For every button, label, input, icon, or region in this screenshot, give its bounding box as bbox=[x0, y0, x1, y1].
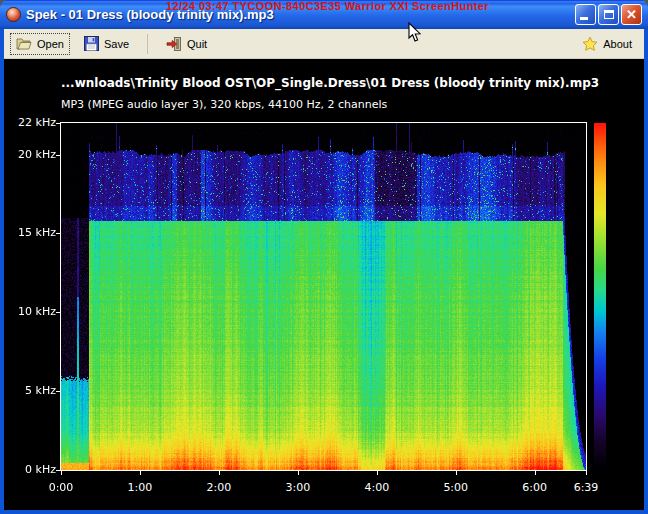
x-axis-tick bbox=[586, 471, 587, 475]
minimize-icon bbox=[580, 17, 588, 20]
save-floppy-icon bbox=[84, 36, 99, 51]
x-axis-tick bbox=[377, 471, 378, 475]
y-axis-tick bbox=[56, 155, 60, 156]
y-axis-tick bbox=[56, 233, 60, 234]
spek-window: Spek - 01 Dress (bloody trinity mix).mp3… bbox=[0, 0, 648, 514]
about-button[interactable]: About bbox=[576, 33, 638, 55]
x-axis-tick bbox=[456, 471, 457, 475]
open-folder-icon bbox=[16, 36, 32, 52]
x-axis-label: 2:00 bbox=[197, 481, 241, 494]
toolbar: Open Save Quit bbox=[4, 29, 644, 59]
x-axis-label: 0:00 bbox=[39, 481, 83, 494]
quit-button[interactable]: Quit bbox=[160, 33, 213, 55]
about-button-label: About bbox=[603, 38, 632, 50]
x-axis-tick bbox=[140, 471, 141, 475]
about-star-icon bbox=[582, 36, 598, 52]
toolbar-separator bbox=[147, 34, 148, 54]
x-axis-tick bbox=[535, 471, 536, 475]
y-axis-label: 20 kHz bbox=[4, 148, 56, 162]
open-button[interactable]: Open bbox=[10, 33, 70, 55]
x-axis-label: 1:00 bbox=[118, 481, 162, 494]
x-axis-tick bbox=[61, 471, 62, 475]
y-axis-label: 15 kHz bbox=[4, 226, 56, 240]
y-axis-label: 0 kHz bbox=[4, 463, 56, 477]
maximize-button[interactable] bbox=[598, 4, 619, 25]
x-axis-tick bbox=[219, 471, 220, 475]
y-axis-label: 10 kHz bbox=[4, 305, 56, 319]
save-button[interactable]: Save bbox=[78, 33, 135, 54]
file-format-info: MP3 (MPEG audio layer 3), 320 kbps, 4410… bbox=[61, 98, 387, 111]
y-axis-label: 22 kHz bbox=[4, 116, 56, 130]
quit-button-label: Quit bbox=[187, 38, 207, 50]
spectrogram-panel: ...wnloads\Trinity Blood OST\OP_Single.D… bbox=[4, 59, 644, 510]
x-axis-label: 4:00 bbox=[355, 481, 399, 494]
close-icon: ✕ bbox=[626, 7, 637, 22]
spectrogram-canvas bbox=[61, 123, 586, 470]
window-controls: ✕ bbox=[575, 4, 642, 25]
y-axis-tick bbox=[56, 470, 60, 471]
x-axis-tick bbox=[298, 471, 299, 475]
quit-door-icon bbox=[166, 36, 182, 52]
x-axis-label: 3:00 bbox=[276, 481, 320, 494]
y-axis-tick bbox=[56, 391, 60, 392]
open-button-label: Open bbox=[37, 38, 64, 50]
y-axis-tick bbox=[56, 123, 60, 124]
x-axis-label: 5:00 bbox=[434, 481, 478, 494]
maximize-icon bbox=[604, 10, 614, 19]
spek-app-icon[interactable] bbox=[6, 7, 21, 22]
file-path-title: ...wnloads\Trinity Blood OST\OP_Single.D… bbox=[61, 76, 586, 90]
screenhunter-watermark: 12/24 03:47 TYCOON-840C3E35 Warrior XXI … bbox=[166, 0, 489, 12]
save-button-label: Save bbox=[104, 38, 129, 50]
close-button[interactable]: ✕ bbox=[621, 4, 642, 25]
mouse-cursor bbox=[408, 22, 422, 43]
color-legend bbox=[594, 123, 606, 470]
y-axis-tick bbox=[56, 312, 60, 313]
minimize-button[interactable] bbox=[575, 4, 596, 25]
x-axis-label: 6:39 bbox=[564, 481, 608, 494]
x-axis-label: 6:00 bbox=[513, 481, 557, 494]
y-axis-label: 5 kHz bbox=[4, 384, 56, 398]
